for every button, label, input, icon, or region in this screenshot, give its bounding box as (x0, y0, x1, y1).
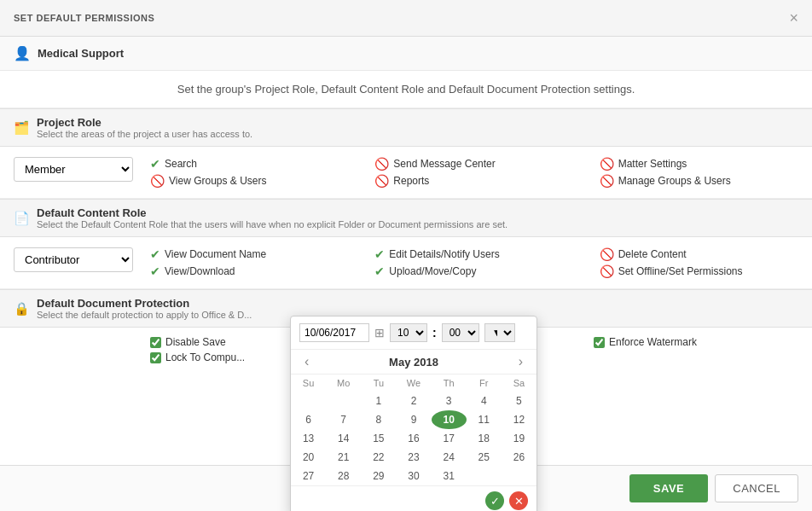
calendar-day[interactable]: 5 (502, 392, 536, 410)
modal-container: SET DEFAULT PERMISSIONS × 👤 Medical Supp… (0, 0, 812, 511)
perm-view-doc-icon: ✔ (150, 247, 160, 261)
calendar-ok-button[interactable]: ✓ (485, 491, 504, 510)
perm-view-groups-icon: 🚫 (150, 174, 165, 188)
perm-edit-details-icon: ✔ (374, 247, 385, 261)
project-role-icon: 🗂️ (14, 120, 30, 136)
calendar-date-input[interactable] (299, 323, 369, 342)
calendar-day[interactable]: 27 (291, 467, 326, 485)
checkbox-lock-computer-input[interactable] (150, 352, 161, 363)
perm-view-download-icon: ✔ (150, 264, 160, 278)
calendar-day[interactable]: 10 (432, 410, 467, 429)
cal-header-we: We (396, 375, 431, 392)
calendar-day (326, 392, 361, 410)
calendar-day[interactable]: 19 (502, 429, 536, 448)
calendar-day[interactable]: 23 (396, 448, 431, 467)
perm-matter-settings: 🚫 Matter Settings (600, 157, 798, 171)
perm-matter-settings-icon: 🚫 (600, 157, 614, 171)
calendar-ampm-select[interactable]: ▼ (484, 323, 515, 342)
perm-set-offline-icon: 🚫 (600, 264, 614, 278)
calendar-day[interactable]: 18 (467, 429, 502, 448)
calendar-day[interactable]: 28 (326, 467, 361, 485)
calendar-hour-select[interactable]: 10 1112 (390, 323, 427, 342)
doc-protection-title: Default Document Protection (37, 297, 252, 310)
project-role-title: Project Role (37, 116, 252, 129)
cal-header-sa: Sa (502, 375, 536, 392)
content-role-dropdown-wrap: Contributor Administrator Member Viewer (14, 247, 133, 272)
perm-upload-move-label: Upload/Move/Copy (389, 265, 476, 277)
calendar-day[interactable]: 16 (396, 429, 431, 448)
perm-view-doc-name: ✔ View Document Name (150, 247, 349, 261)
calendar-cancel-button[interactable]: ✕ (509, 491, 528, 510)
perm-search-icon: ✔ (150, 157, 160, 171)
perm-send-message-icon: 🚫 (374, 157, 389, 171)
calendar-next-month-button[interactable]: › (513, 355, 528, 369)
calendar-day[interactable]: 14 (326, 429, 361, 448)
calendar-day[interactable]: 20 (291, 448, 326, 467)
calendar-day[interactable]: 30 (396, 467, 431, 485)
doc-protection-subtitle: Select the default protection to apply t… (37, 310, 252, 320)
calendar-day[interactable]: 24 (432, 448, 467, 467)
calendar-day[interactable]: 21 (326, 448, 361, 467)
calendar-day[interactable]: 9 (396, 410, 431, 429)
perm-view-groups-label: View Groups & Users (169, 175, 267, 187)
calendar-day[interactable]: 31 (432, 467, 467, 485)
project-role-permissions-row: Member Administrator Contributor Viewer … (0, 147, 812, 199)
perm-manage-groups-icon: 🚫 (600, 174, 614, 188)
calendar-day[interactable]: 22 (361, 448, 396, 467)
cancel-button[interactable]: CANCEL (715, 474, 798, 502)
calendar-day[interactable]: 12 (502, 410, 536, 429)
calendar-day[interactable]: 7 (326, 410, 361, 429)
perm-send-message-label: Send Message Center (393, 158, 495, 170)
calendar-day[interactable]: 17 (432, 429, 467, 448)
perm-manage-groups-label: Manage Groups & Users (618, 175, 731, 187)
calendar-day[interactable]: 15 (361, 429, 396, 448)
calendar-day[interactable]: 8 (361, 410, 396, 429)
calendar-day[interactable]: 29 (361, 467, 396, 485)
perm-delete-content-icon: 🚫 (600, 247, 614, 261)
description-label: Set the group's Project Role, Default Co… (177, 83, 635, 96)
calendar-day[interactable]: 2 (396, 392, 431, 410)
content-role-section-header: 📄 Default Content Role Select the Defaul… (0, 199, 812, 237)
project-role-select[interactable]: Member Administrator Contributor Viewer (14, 157, 133, 182)
perm-view-download-label: View/Download (165, 265, 235, 277)
perm-reports-label: Reports (393, 175, 429, 187)
perm-edit-details-label: Edit Details/Notify Users (389, 248, 499, 260)
calendar-popup: ⊞ 10 1112 : 00 153045 ▼ ‹ May 2018 › S (290, 316, 537, 511)
calendar-day[interactable]: 25 (467, 448, 502, 467)
perm-edit-details: ✔ Edit Details/Notify Users (374, 247, 573, 261)
doc-protection-icon: 🔒 (14, 301, 30, 316)
save-button[interactable]: SAVE (629, 474, 708, 502)
content-role-permissions-row: Contributor Administrator Member Viewer … (0, 237, 812, 289)
checkbox-lock-computer-label: Lock To Compu... (165, 351, 245, 363)
calendar-day (291, 392, 326, 410)
calendar-month-label: May 2018 (389, 356, 438, 369)
content-role-select[interactable]: Contributor Administrator Member Viewer (14, 247, 133, 272)
calendar-day[interactable]: 1 (361, 392, 396, 410)
calendar-day[interactable]: 4 (467, 392, 502, 410)
calendar-colon: : (432, 326, 437, 340)
perm-search-label: Search (165, 158, 197, 170)
cal-header-tu: Tu (361, 375, 396, 392)
perm-matter-settings-label: Matter Settings (618, 158, 687, 170)
project-role-section-header: 🗂️ Project Role Select the areas of the … (0, 108, 812, 147)
calendar-day[interactable]: 11 (467, 410, 502, 429)
calendar-day[interactable]: 6 (291, 410, 326, 429)
calendar-day[interactable]: 13 (291, 429, 326, 448)
perm-search: ✔ Search (150, 157, 349, 171)
perm-set-offline-label: Set Offline/Set Permissions (618, 265, 743, 277)
content-role-subtitle: Select the Default Content Role that the… (37, 219, 508, 229)
calendar-prev-month-button[interactable]: ‹ (299, 355, 314, 369)
close-button[interactable]: × (789, 10, 798, 26)
modal-title: SET DEFAULT PERMISSIONS (14, 13, 154, 23)
checkbox-disable-save-input[interactable] (150, 337, 161, 348)
calendar-grid-icon[interactable]: ⊞ (374, 326, 385, 340)
calendar-day[interactable]: 26 (502, 448, 536, 467)
perm-delete-content: 🚫 Delete Content (600, 247, 798, 261)
perm-reports-icon: 🚫 (374, 174, 389, 188)
calendar-actions: ✓ ✕ (291, 485, 536, 511)
calendar-minute-select[interactable]: 00 153045 (442, 323, 479, 342)
cal-header-mo: Mo (326, 375, 361, 392)
checkbox-enforce-watermark-input[interactable] (594, 337, 605, 348)
project-role-perms-grid: ✔ Search 🚫 Send Message Center 🚫 Matter … (150, 157, 798, 188)
calendar-day[interactable]: 3 (432, 392, 467, 410)
